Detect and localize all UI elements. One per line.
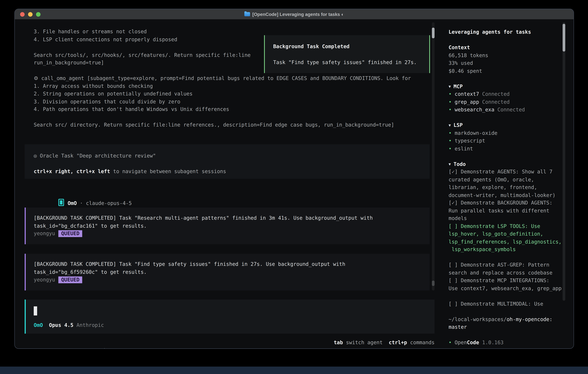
lsp-section: ▼LSP •markdown-oxide •typescript •eslint (449, 122, 571, 153)
chevron-down-icon: ▼ (449, 84, 451, 89)
model-label: Opus 4.5 (43, 322, 76, 328)
session-title: Leveraging agents for tasks (449, 28, 571, 36)
esc-key-hint: esc (85, 348, 103, 349)
lsp-item: •eslint (449, 145, 571, 153)
todo-heading[interactable]: ▼Todo (449, 160, 571, 168)
transcript-line: 4. LSP client connections not properly d… (34, 36, 251, 43)
git-branch: master (449, 323, 571, 331)
oracle-task-hint: ctrl+x right, ctrl+x left to navigate be… (34, 168, 420, 176)
status-badge: QUEUED (58, 230, 82, 237)
main-scrollbar-thumb[interactable] (432, 28, 434, 38)
prompt-input[interactable]: OmO Opus 4.5 Anthropic (25, 300, 434, 334)
ctrlp-key-hint: ctrl+p (389, 340, 410, 345)
traffic-lights (20, 9, 41, 19)
tool-call-item: 2. String operations on potentially unde… (34, 90, 411, 98)
task-message-line: [BACKGROUND TASK COMPLETED] Task "Find t… (34, 261, 422, 269)
mcp-item: •context7 Connected (449, 91, 571, 98)
window-title: [OpenCode] Leveraging agents for tasks ◐ (252, 11, 344, 17)
transcript-pre-block: 3. File handles or streams not closed 4.… (34, 28, 251, 67)
status-badge: QUEUED (58, 277, 82, 283)
desktop-bottom-strip (0, 367, 588, 374)
agent-session-header: OmO · claude-opus-4-5 (34, 191, 132, 199)
mcp-heading[interactable]: ▼MCP (449, 83, 571, 91)
agent-name: OmO (68, 200, 77, 206)
tab-key-label: switch agent (346, 340, 383, 345)
todo-item-pending: [ ] Demonstrate MULTIMODAL: Use (449, 300, 571, 308)
context-tokens: 66,518 tokens (449, 52, 571, 59)
context-used: 33% used (449, 59, 571, 67)
ctrlp-key-label: commands (410, 340, 435, 345)
agent-model: claude-opus-4-5 (86, 200, 132, 206)
dot-icon: • (449, 130, 452, 136)
provider-label: Anthropic (76, 322, 104, 328)
active-agent-label: OmO (34, 322, 43, 328)
esc-key-label: interrupt (103, 348, 130, 349)
mcp-item: •websearch_exa Connected (449, 106, 571, 114)
path-prefix: ~/local-workspaces/ (449, 316, 506, 322)
zoom-window-button[interactable] (36, 12, 41, 16)
task-message-meta: yeongyuQUEUED (34, 230, 422, 238)
todo-item-active: [ ] Demonstrate LSP TOOLS: Use lsp_hover… (449, 222, 571, 254)
close-window-button[interactable] (20, 12, 25, 16)
status-bar: ▪▪▪▪▪▪▪▪▪ esc interrupt tab switch agent… (25, 339, 434, 346)
record-icon: ◎ (34, 153, 37, 159)
mcp-item: •grep_app Connected (449, 98, 571, 106)
sidebar-scrollbar-track[interactable] (563, 22, 565, 301)
gear-icon: ⚙ (34, 75, 38, 81)
toast-message: Task "Find type safety issues" finished … (273, 59, 421, 66)
context-heading: Context (449, 44, 571, 52)
lsp-heading[interactable]: ▼LSP (449, 122, 571, 129)
repo-name: oh-my-opencode: (506, 316, 552, 322)
task-user: yeongyu (34, 231, 55, 236)
chevron-down-icon: ▼ (449, 162, 451, 166)
minimize-window-button[interactable] (28, 12, 32, 16)
dot-icon: • (449, 138, 452, 144)
mcp-section: ▼MCP •context7 Connected •grep_app Conne… (449, 83, 571, 114)
dot-icon: • (449, 91, 452, 97)
transcript-line: 3. File handles or streams not closed (34, 28, 251, 36)
transcript-line (34, 43, 251, 51)
dot-icon: • (449, 146, 452, 151)
tool-call-block: ⚙ call_omo_agent [subagent_type=explore,… (34, 75, 411, 129)
toast-title: Background Task Completed (273, 43, 421, 51)
background-task-message: [BACKGROUND TASK COMPLETED] Task "Resear… (25, 208, 430, 244)
status-bar-right: tab switch agent ctrl+p commands (334, 339, 435, 346)
context-spent: $0.46 spent (449, 67, 571, 75)
dot-icon: • (449, 107, 452, 112)
todo-item-done: [✓] Demonstrate AGENTS: Show all 7 curat… (449, 168, 571, 199)
oracle-task-box: ◎ Oracle Task "Deep architecture review"… (25, 144, 430, 179)
lsp-item: •markdown-oxide (449, 129, 571, 137)
main-scrollbar-track[interactable] (432, 22, 434, 291)
desktop: [OpenCode] Leveraging agents for tasks ◐… (0, 0, 588, 374)
agent-icon (58, 198, 64, 206)
session-sidebar: Leveraging agents for tasks Context 66,5… (442, 19, 571, 347)
terminal-window: [OpenCode] Leveraging agents for tasks ◐… (14, 9, 574, 349)
context-section: Context 66,518 tokens 33% used $0.46 spe… (449, 44, 571, 75)
terminal-content: 3. File handles or streams not closed 4.… (15, 19, 574, 348)
tool-call-header: ⚙ call_omo_agent [subagent_type=explore,… (34, 75, 411, 83)
app-name-bold: Code (467, 340, 479, 345)
todo-item-pending: [ ] Demonstrate MCP INTEGRATIONS: Use co… (449, 277, 571, 292)
blank-line (34, 113, 411, 121)
sidebar-scrollbar-thumb[interactable] (563, 24, 565, 52)
todo-item-done: [✓] Demonstrate BACKGROUND AGENTS: Run p… (449, 199, 571, 222)
task-message-line: task_id="bg_6f59260c" to get results. (34, 268, 422, 276)
folder-icon (244, 12, 250, 16)
workspace-path: ~/local-workspaces/oh-my-opencode: maste… (449, 316, 571, 331)
task-message-meta: yeongyuQUEUED (34, 276, 422, 284)
window-titlebar[interactable]: [OpenCode] Leveraging agents for tasks ◐ (15, 9, 574, 20)
transcript-line: Search src/tools/, src/hooks/, src/featu… (34, 51, 251, 59)
text-cursor (34, 306, 37, 315)
lsp-item: •typescript (449, 137, 571, 145)
app-name-light: Open (455, 340, 467, 345)
tool-call-item: 4. Path operations that don't handle Win… (34, 106, 411, 114)
dot-icon: • (449, 99, 452, 105)
main-scrollbar-end[interactable] (432, 280, 434, 286)
background-task-toast: Background Task Completed Task "Find typ… (264, 35, 430, 73)
input-footer: OmO Opus 4.5 Anthropic (34, 321, 104, 329)
status-dot-icon: • (449, 340, 452, 345)
task-message-line: task_id="bg_dcfac161" to get results. (34, 222, 422, 230)
transcript-line: run_in_background=true] (34, 59, 251, 67)
task-user: yeongyu (34, 277, 55, 282)
app-version: 1.0.163 (479, 340, 504, 345)
